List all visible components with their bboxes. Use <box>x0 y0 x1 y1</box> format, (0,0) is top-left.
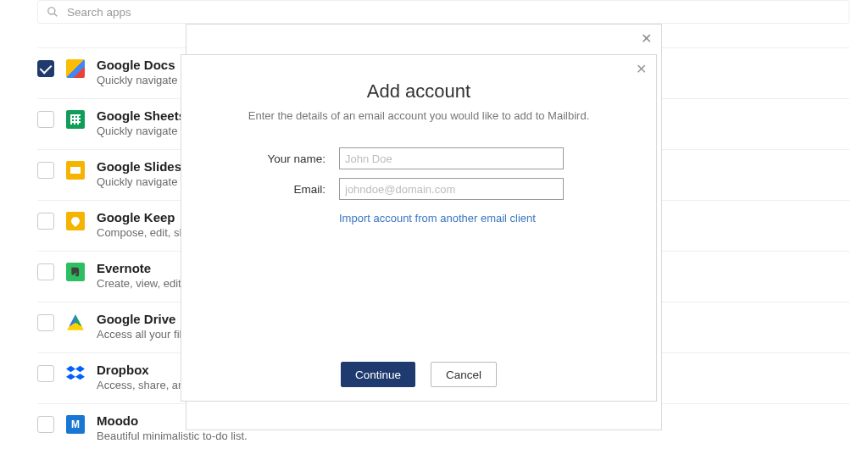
app-description: Beautiful minimalistic to-do list. <box>97 430 248 442</box>
add-account-dialog: ✕ Add account Enter the details of an em… <box>181 54 657 402</box>
ico-dropbox-icon <box>66 364 85 383</box>
app-checkbox[interactable] <box>37 314 54 331</box>
ico-slides-icon <box>66 161 85 180</box>
ico-sheets-icon <box>66 110 85 129</box>
ico-drive-icon <box>66 313 85 332</box>
app-checkbox[interactable] <box>37 365 54 382</box>
ico-evernote-icon <box>66 263 85 281</box>
app-checkbox[interactable] <box>37 416 54 433</box>
dialog-subtitle: Enter the details of an email account yo… <box>203 109 634 122</box>
search-apps-input[interactable]: Search apps <box>37 0 849 24</box>
email-label: Email: <box>203 183 339 196</box>
app-checkbox[interactable] <box>37 60 54 77</box>
app-checkbox[interactable] <box>37 162 54 179</box>
name-label: Your name: <box>203 152 339 165</box>
search-placeholder: Search apps <box>67 6 131 19</box>
ico-keep-icon <box>66 212 85 230</box>
email-input[interactable] <box>339 178 564 200</box>
name-input[interactable] <box>339 147 564 169</box>
search-icon <box>47 6 58 18</box>
app-checkbox[interactable] <box>37 263 54 280</box>
svg-line-1 <box>54 14 57 16</box>
ico-docs-icon <box>66 59 85 78</box>
add-account-form: Your name: Email: Import account from an… <box>203 147 634 225</box>
import-account-link[interactable]: Import account from another email client <box>339 212 536 224</box>
continue-button[interactable]: Continue <box>341 362 415 387</box>
app-checkbox[interactable] <box>37 213 54 230</box>
svg-point-0 <box>48 8 55 14</box>
ico-moodo-icon: M <box>66 415 85 434</box>
close-icon[interactable]: ✕ <box>636 28 656 48</box>
app-checkbox[interactable] <box>37 111 54 128</box>
dialog-title: Add account <box>203 80 634 103</box>
cancel-button[interactable]: Cancel <box>431 362 497 387</box>
close-icon[interactable]: ✕ <box>631 58 651 79</box>
